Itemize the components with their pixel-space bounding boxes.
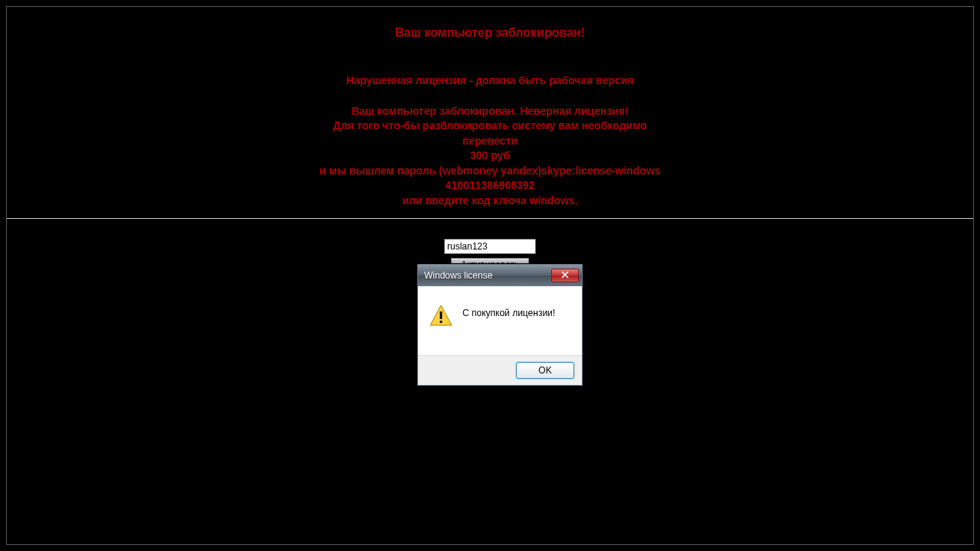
ransom-line: или введите код ключа windows. — [7, 194, 973, 208]
ok-button[interactable]: OK — [516, 362, 574, 379]
separator — [7, 218, 973, 219]
ransom-title: Ваш компьютер заблокирован! — [7, 25, 973, 41]
ransom-line: и мы вышлем пароль (webmoney yandex)skyp… — [7, 165, 973, 178]
close-button[interactable] — [551, 269, 579, 282]
ransom-line: Для того что-бы разблокировать систему в… — [7, 119, 973, 133]
dialog-message: С покупкой лицензии! — [462, 303, 555, 318]
ransom-line: 410011386908392 — [7, 179, 973, 193]
dialog-titlebar[interactable]: Windows license — [418, 265, 582, 286]
ransom-line: перевести — [7, 135, 973, 148]
ransom-line: 300 руб — [7, 149, 973, 163]
svg-rect-0 — [440, 311, 443, 319]
dialog-window: Windows license С покупкой лицензии! — [416, 263, 583, 386]
dialog-title-text: Windows license — [424, 270, 551, 281]
screen-frame: Ваш компьютер заблокирован! Нарушенная л… — [6, 6, 974, 545]
ransom-line: Ваш компьютер заблокирован. Неверная лиц… — [7, 105, 973, 119]
svg-rect-1 — [440, 321, 443, 323]
dialog-button-row: OK — [418, 355, 582, 385]
dialog-body: С покупкой лицензии! — [418, 286, 582, 355]
code-input[interactable] — [444, 239, 536, 254]
ransom-line: Нарушенная лицензия - должна быть рабоча… — [7, 74, 973, 88]
warning-icon — [429, 303, 453, 328]
ransom-text-block: Ваш компьютер заблокирован! Нарушенная л… — [7, 7, 973, 207]
close-icon — [561, 270, 569, 281]
